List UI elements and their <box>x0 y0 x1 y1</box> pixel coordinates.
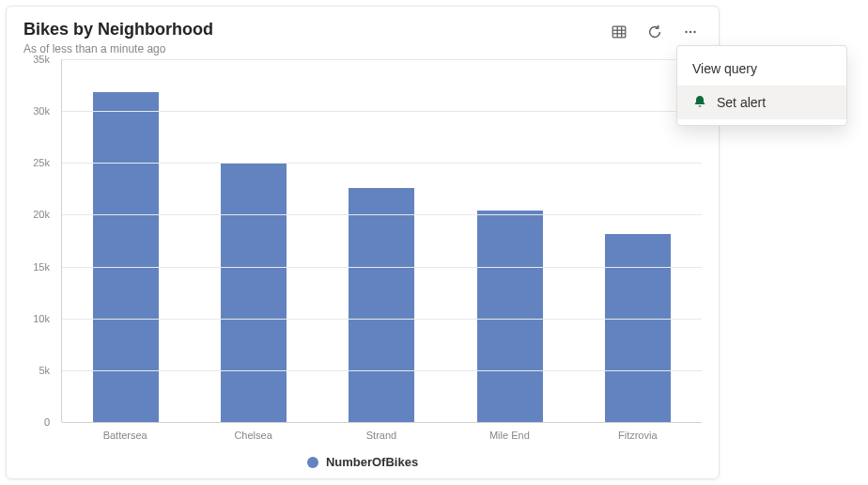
more-options-menu: View query Set alert <box>676 45 847 126</box>
bar[interactable] <box>477 211 543 422</box>
refresh-icon <box>646 23 663 43</box>
y-axis: 05k10k15k20k25k30k35k <box>23 59 55 422</box>
grid-line <box>62 267 702 268</box>
y-tick-label: 10k <box>33 313 50 324</box>
title-block: Bikes by Neighborhood As of less than a … <box>23 20 213 55</box>
table-icon <box>611 23 628 43</box>
y-tick-label: 15k <box>33 261 50 273</box>
svg-point-6 <box>690 30 691 32</box>
y-tick-label: 5k <box>39 365 50 376</box>
chart-legend: NumberOfBikes <box>7 455 719 469</box>
menu-item-set-alert[interactable]: Set alert <box>677 86 846 119</box>
chart-area: 05k10k15k20k25k30k35k BatterseaChelseaSt… <box>23 59 702 422</box>
grid-line <box>62 319 702 320</box>
card-subtitle: As of less than a minute ago <box>23 42 213 55</box>
x-tick-label: Battersea <box>92 430 158 441</box>
x-tick-label: Chelsea <box>221 430 287 441</box>
card-title: Bikes by Neighborhood <box>23 20 213 40</box>
y-tick-label: 0 <box>44 416 50 428</box>
grid-line <box>62 370 702 371</box>
svg-rect-0 <box>612 26 626 38</box>
refresh-button[interactable] <box>643 22 666 44</box>
menu-item-view-query[interactable]: View query <box>677 52 846 86</box>
grid-line <box>62 163 702 164</box>
ellipsis-icon <box>682 23 699 43</box>
grid-line <box>62 422 702 423</box>
chart-card: Bikes by Neighborhood As of less than a … <box>6 6 720 479</box>
legend-color-dot <box>307 457 318 468</box>
y-tick-label: 25k <box>33 157 50 168</box>
bars-container <box>62 59 702 422</box>
x-tick-label: Fitzrovia <box>605 430 671 441</box>
y-tick-label: 35k <box>33 54 50 65</box>
grid-line <box>62 111 702 112</box>
x-tick-label: Mile End <box>476 430 542 441</box>
menu-item-label: Set alert <box>717 95 766 110</box>
y-tick-label: 30k <box>33 105 50 117</box>
bell-icon <box>692 94 707 112</box>
y-tick-label: 20k <box>33 209 50 220</box>
table-view-button[interactable] <box>608 22 630 44</box>
bar[interactable] <box>605 234 671 422</box>
more-options-button[interactable] <box>679 22 702 44</box>
svg-point-7 <box>693 30 695 32</box>
svg-point-5 <box>685 30 687 32</box>
legend-label: NumberOfBikes <box>326 455 418 469</box>
card-toolbar <box>608 20 702 44</box>
bar[interactable] <box>93 92 159 422</box>
grid-line <box>62 214 702 215</box>
grid-line <box>62 59 702 60</box>
plot-area <box>61 59 702 422</box>
x-axis-labels: BatterseaChelseaStrandMile EndFitzrovia <box>61 430 702 441</box>
bar[interactable] <box>221 164 287 422</box>
bar[interactable] <box>349 188 414 422</box>
x-tick-label: Strand <box>349 430 414 441</box>
card-header: Bikes by Neighborhood As of less than a … <box>23 20 702 55</box>
menu-item-label: View query <box>692 61 757 76</box>
